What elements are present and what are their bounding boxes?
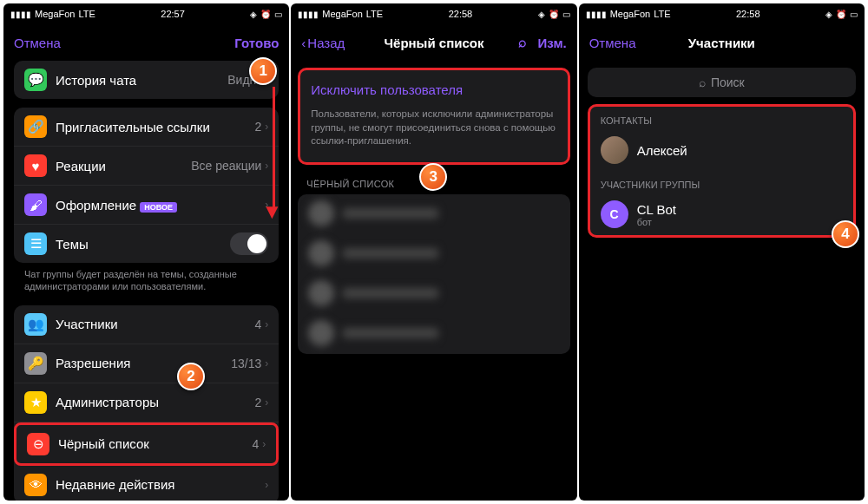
group-members-section-label: УЧАСТНИКИ ГРУППЫ [590, 171, 853, 193]
search-icon[interactable]: ⌕ [518, 35, 527, 50]
chevron-right-icon: › [265, 396, 268, 409]
admins-label: Администраторы [56, 395, 247, 409]
search-placeholder: Поиск [711, 75, 745, 89]
battery-icon: ▭ [274, 10, 282, 19]
members-label: Участники [56, 317, 247, 331]
chevron-left-icon: ‹ [301, 36, 306, 50]
blocked-icon: ⊖ [27, 433, 49, 455]
cancel-button[interactable]: Отмена [589, 36, 636, 50]
battery-icon: ▭ [850, 10, 858, 19]
link-icon: 🔗 [24, 115, 47, 138]
member-subtitle: бот [637, 217, 676, 227]
blacklist-count: 4 [253, 437, 260, 451]
history-icon: 💬 [24, 69, 47, 91]
brush-icon: 🖌 [24, 193, 47, 216]
navbar: ‹Назад Чёрный список ⌕ Изм. [291, 24, 576, 61]
admins-row[interactable]: ★ Администраторы 2› [14, 383, 279, 422]
chat-history-row[interactable]: 💬 История чата Видн… [14, 61, 279, 99]
network: LTE [78, 9, 95, 19]
avatar [601, 136, 628, 164]
annotation-marker-4: 4 [832, 220, 859, 248]
page-title: Участники [688, 36, 755, 50]
clock: 22:57 [161, 9, 185, 19]
topics-footnote: Чат группы будет разделён на темы, созда… [10, 268, 282, 297]
exclude-user-card[interactable]: Исключить пользователя Пользователи, кот… [298, 68, 569, 165]
members-row[interactable]: 👥 Участники 4› [14, 305, 279, 344]
clock: 22:58 [449, 9, 473, 19]
admins-count: 2 [255, 396, 262, 409]
new-badge: НОВОЕ [140, 202, 177, 213]
location-icon: ◈ [538, 10, 545, 19]
chevron-right-icon: › [265, 479, 268, 491]
alarm-icon: ⏰ [260, 10, 271, 19]
appearance-row[interactable]: 🖌 Оформление НОВОЕ › [14, 186, 279, 225]
blacklist-row[interactable]: ⊖ Чёрный список 4› [14, 422, 279, 466]
navbar: Отмена Участники [579, 24, 865, 61]
history-label: История чата [56, 73, 219, 88]
recent-actions-row[interactable]: 👁 Недавние действия › [14, 466, 279, 501]
annotation-arrow [273, 87, 275, 208]
chevron-right-icon: › [265, 318, 268, 331]
contact-row[interactable]: Алексей [590, 129, 853, 171]
nav-right: ⌕ Изм. [518, 35, 566, 50]
arrow-down-icon: ▼ [262, 200, 283, 224]
member-row[interactable]: C CL Bot бот [590, 193, 853, 235]
list-item[interactable] [298, 194, 569, 234]
location-icon: ◈ [250, 10, 257, 19]
members-count: 4 [255, 317, 262, 331]
member-name: CL Bot [637, 202, 676, 217]
network: LTE [366, 9, 383, 19]
participants-list: КОНТАКТЫ Алексей УЧАСТНИКИ ГРУППЫ C CL B… [588, 104, 856, 238]
topics-icon: ☰ [24, 232, 47, 255]
invite-links-row[interactable]: 🔗 Пригласительные ссылки 2› [14, 108, 279, 147]
battery-icon: ▭ [562, 10, 570, 19]
signal-icon: ▮▮▮▮ [298, 10, 319, 19]
key-icon: 🔑 [24, 352, 47, 375]
chevron-right-icon: › [262, 438, 266, 450]
star-icon: ★ [24, 391, 47, 414]
network: LTE [654, 9, 670, 19]
topics-toggle[interactable] [230, 232, 268, 255]
chevron-right-icon: › [265, 357, 268, 370]
list-item[interactable] [298, 274, 569, 314]
alarm-icon: ⏰ [836, 10, 846, 19]
list-item[interactable] [298, 314, 569, 354]
cancel-button[interactable]: Отмена [14, 36, 61, 50]
reactions-label: Реакции [56, 159, 182, 173]
screen-2-blacklist: ▮▮▮▮MegaFonLTE 22:58 ◈⏰▭ ‹Назад Чёрный с… [291, 3, 576, 501]
alarm-icon: ⏰ [549, 10, 559, 19]
eye-icon: 👁 [24, 474, 47, 496]
search-icon: ⌕ [699, 75, 706, 89]
search-input[interactable]: ⌕Поиск [588, 68, 856, 97]
clock: 22:58 [736, 9, 760, 19]
exclude-user-title: Исключить пользователя [311, 82, 556, 97]
status-bar: ▮▮▮▮MegaFonLTE 22:57 ◈⏰▭ [3, 3, 289, 24]
navbar: Отмена Готово [3, 24, 289, 61]
edit-button[interactable]: Изм. [538, 36, 567, 50]
permissions-row[interactable]: 🔑 Разрешения 13/13› [14, 344, 279, 383]
appearance-label: Оформление НОВОЕ [56, 198, 256, 213]
status-bar: ▮▮▮▮MegaFonLTE 22:58 ◈⏰▭ [579, 3, 865, 24]
contacts-section-label: КОНТАКТЫ [590, 107, 853, 129]
exclude-user-desc: Пользователи, которых исключили админист… [311, 108, 556, 148]
screen-3-participants: ▮▮▮▮MegaFonLTE 22:58 ◈⏰▭ Отмена Участник… [579, 3, 865, 501]
signal-icon: ▮▮▮▮ [10, 10, 31, 19]
invites-count: 2 [255, 120, 262, 134]
members-icon: 👥 [24, 313, 47, 336]
done-button[interactable]: Готово [234, 36, 279, 50]
reactions-trail: Все реакции [191, 159, 261, 173]
reactions-row[interactable]: ♥ Реакции Все реакции› [14, 147, 279, 186]
screen-1-group-settings: ▮▮▮▮MegaFonLTE 22:57 ◈⏰▭ Отмена Готово 💬… [3, 3, 289, 501]
recent-label: Недавние действия [56, 477, 256, 492]
avatar: C [601, 200, 628, 228]
back-button[interactable]: ‹Назад [301, 36, 345, 50]
topics-row[interactable]: ☰ Темы [14, 225, 279, 263]
location-icon: ◈ [825, 10, 832, 19]
carrier: MegaFon [610, 9, 650, 19]
topics-label: Темы [56, 237, 221, 252]
contact-name: Алексей [637, 143, 687, 158]
chevron-right-icon: › [265, 121, 268, 133]
page-title: Чёрный список [385, 36, 484, 50]
list-item[interactable] [298, 234, 569, 274]
carrier: MegaFon [322, 9, 362, 19]
